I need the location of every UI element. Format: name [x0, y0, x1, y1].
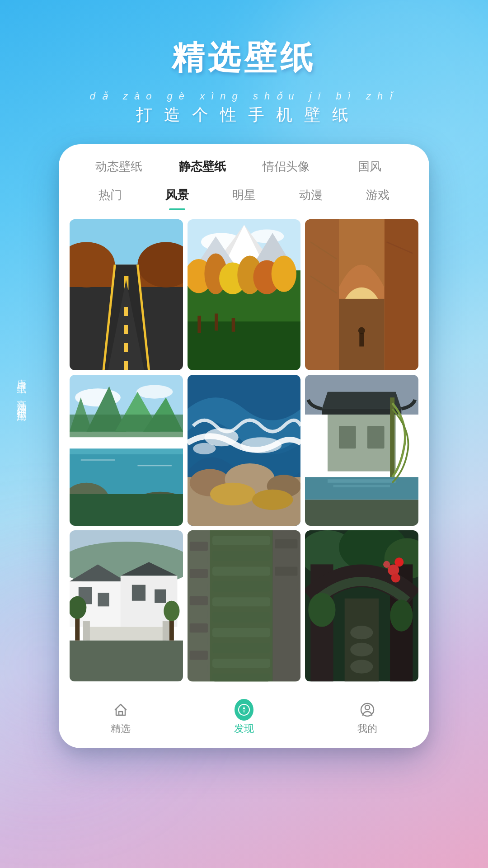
svg-rect-70: [328, 479, 396, 483]
svg-rect-73: [305, 500, 418, 526]
header-area: 精选壁纸 dǎ zào gè xìng shǒu jī bì zhǐ 打 造 个…: [0, 0, 488, 144]
svg-rect-25: [197, 316, 201, 333]
svg-point-134: [391, 574, 400, 583]
svg-rect-27: [231, 318, 235, 332]
grid-item-white-village[interactable]: [70, 530, 183, 681]
app-container: 动态壁纸 静态壁纸 情侣头像 国风 热门 风景 明星 动漫 游戏: [59, 144, 429, 748]
svg-rect-99: [189, 556, 207, 565]
svg-rect-4: [124, 276, 128, 290]
nav-label-profile: 我的: [357, 722, 377, 736]
grid-item-rock-arch[interactable]: [305, 219, 418, 370]
subtab-anime[interactable]: 动漫: [277, 187, 344, 210]
grid-item-stone-path[interactable]: [188, 530, 301, 681]
svg-rect-47: [70, 449, 183, 455]
sub-tabs: 热门 风景 明星 动漫 游戏: [59, 182, 429, 210]
user-icon: [358, 700, 377, 719]
svg-rect-110: [275, 553, 297, 562]
svg-rect-103: [189, 610, 207, 619]
svg-rect-7: [124, 344, 128, 358]
svg-marker-143: [243, 710, 245, 713]
svg-rect-104: [189, 623, 207, 632]
svg-rect-119: [212, 612, 270, 623]
home-icon: [111, 700, 130, 719]
svg-point-40: [136, 385, 173, 399]
svg-rect-67: [339, 426, 356, 448]
svg-point-135: [309, 593, 336, 627]
svg-rect-71: [333, 485, 390, 487]
svg-point-55: [240, 437, 281, 453]
nav-item-discover[interactable]: 发现: [182, 700, 305, 736]
svg-rect-140: [119, 712, 122, 715]
svg-rect-24: [188, 321, 301, 370]
svg-rect-79: [98, 593, 109, 607]
grid-item-mountain-forest[interactable]: [188, 219, 301, 370]
svg-rect-117: [212, 582, 270, 592]
subtitle-pinyin: dǎ zào gè xìng shǒu jī bì zhǐ: [0, 90, 488, 102]
svg-point-61: [210, 483, 256, 505]
nav-item-profile[interactable]: 我的: [306, 700, 429, 736]
svg-point-56: [193, 443, 216, 454]
svg-marker-64: [322, 392, 402, 409]
tab-static-wallpaper[interactable]: 静态壁纸: [160, 159, 244, 182]
svg-rect-115: [212, 551, 270, 561]
svg-rect-106: [189, 651, 207, 660]
svg-rect-66: [328, 415, 396, 472]
nav-item-home[interactable]: 精选: [59, 700, 182, 736]
svg-point-138: [351, 643, 373, 656]
svg-rect-52: [70, 494, 183, 526]
svg-rect-45: [70, 415, 183, 437]
svg-point-34: [358, 327, 365, 334]
nav-label-discover: 发现: [234, 722, 254, 736]
svg-rect-102: [189, 596, 207, 605]
svg-marker-142: [243, 706, 245, 710]
subtitle-chinese: 打 造 个 性 手 机 壁 纸: [0, 104, 488, 126]
grid-item-chinese-garden[interactable]: [305, 375, 418, 526]
svg-rect-114: [212, 536, 270, 545]
svg-rect-68: [367, 426, 385, 448]
tab-couple-avatar[interactable]: 情侣头像: [244, 159, 328, 182]
bottom-nav: 精选 发现 我的: [59, 691, 429, 748]
svg-rect-82: [132, 585, 145, 601]
svg-rect-100: [189, 569, 207, 578]
svg-rect-6: [124, 321, 128, 335]
svg-point-62: [252, 490, 293, 510]
subtab-scenery[interactable]: 风景: [144, 187, 211, 210]
tab-national-style[interactable]: 国风: [328, 159, 411, 182]
svg-point-133: [383, 561, 390, 568]
subtab-celebrity[interactable]: 明星: [211, 187, 277, 210]
svg-rect-84: [86, 627, 166, 641]
grid-item-arch-garden[interactable]: [305, 530, 418, 681]
top-tabs: 动态壁纸 静态壁纸 情侣头像 国风: [59, 144, 429, 182]
main-title: 精选壁纸: [0, 36, 488, 80]
compass-icon: [235, 700, 253, 719]
svg-rect-26: [215, 314, 218, 331]
svg-point-132: [395, 558, 404, 567]
grid-item-lake-mountain[interactable]: [70, 375, 183, 526]
svg-rect-111: [275, 567, 297, 576]
svg-point-145: [365, 705, 370, 710]
svg-rect-85: [83, 621, 90, 641]
svg-rect-118: [212, 598, 270, 607]
svg-point-141: [239, 704, 249, 715]
svg-point-91: [164, 601, 179, 621]
svg-rect-107: [189, 665, 207, 674]
grid-item-road[interactable]: [70, 219, 183, 370]
svg-rect-87: [70, 641, 183, 681]
svg-rect-101: [189, 583, 207, 592]
svg-rect-83: [155, 590, 166, 603]
nav-label-home: 精选: [111, 722, 131, 736]
tab-dynamic-wallpaper[interactable]: 动态壁纸: [77, 159, 160, 182]
side-text: 唐卡壁纸 / 高清动态壁纸应用: [13, 371, 31, 406]
svg-rect-108: [272, 530, 301, 681]
svg-rect-33: [360, 333, 364, 346]
svg-rect-112: [275, 580, 297, 590]
svg-rect-29: [305, 219, 339, 370]
subtab-game[interactable]: 游戏: [344, 187, 411, 210]
svg-rect-109: [275, 540, 297, 549]
svg-rect-5: [124, 299, 128, 312]
svg-rect-116: [212, 567, 270, 576]
svg-rect-65: [322, 409, 402, 415]
svg-point-136: [390, 600, 413, 632]
grid-item-ocean-waves[interactable]: [188, 375, 301, 526]
subtab-hot[interactable]: 热门: [77, 187, 144, 210]
